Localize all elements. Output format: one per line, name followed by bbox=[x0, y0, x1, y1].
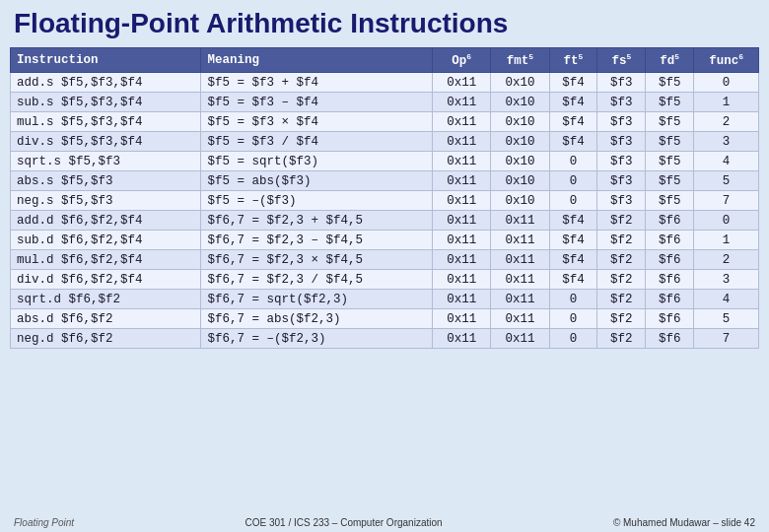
table-header-1: Meaning bbox=[201, 48, 433, 73]
table-cell-11-4: 0 bbox=[549, 290, 597, 309]
table-container: InstructionMeaningOp6fmt5ft5fs5fd5func6 … bbox=[10, 47, 759, 514]
table-cell-11-7: 4 bbox=[694, 290, 759, 309]
table-cell-11-1: $f6,7 = sqrt($f2,3) bbox=[201, 290, 433, 309]
table-cell-10-0: div.d $f6,$f2,$f4 bbox=[11, 270, 201, 290]
table-cell-1-7: 1 bbox=[694, 93, 759, 112]
page-title: Floating-Point Arithmetic Instructions bbox=[10, 8, 759, 39]
table-cell-6-6: $f5 bbox=[646, 191, 694, 211]
table-cell-12-4: 0 bbox=[549, 309, 597, 329]
table-row: sqrt.d $f6,$f2$f6,7 = sqrt($f2,3)0x110x1… bbox=[11, 290, 759, 309]
table-cell-9-4: $f4 bbox=[549, 250, 597, 270]
table-cell-9-3: 0x11 bbox=[491, 250, 549, 270]
table-row: neg.s $f5,$f3$f5 = –($f3)0x110x100$f3$f5… bbox=[11, 191, 759, 211]
table-cell-10-3: 0x11 bbox=[491, 270, 549, 290]
table-header-2: Op6 bbox=[433, 48, 491, 73]
table-cell-5-4: 0 bbox=[549, 171, 597, 191]
table-cell-2-5: $f3 bbox=[597, 112, 646, 132]
table-cell-10-7: 3 bbox=[694, 270, 759, 290]
table-row: sqrt.s $f5,$f3$f5 = sqrt($f3)0x110x100$f… bbox=[11, 152, 759, 171]
table-cell-9-0: mul.d $f6,$f2,$f4 bbox=[11, 250, 201, 270]
table-cell-0-4: $f4 bbox=[549, 73, 597, 93]
table-cell-10-6: $f6 bbox=[646, 270, 694, 290]
table-cell-7-3: 0x11 bbox=[491, 211, 549, 231]
table-cell-4-0: sqrt.s $f5,$f3 bbox=[11, 152, 201, 171]
table-cell-12-5: $f2 bbox=[597, 309, 646, 329]
table-cell-0-7: 0 bbox=[694, 73, 759, 93]
table-header-5: fs5 bbox=[597, 48, 646, 73]
table-cell-6-0: neg.s $f5,$f3 bbox=[11, 191, 201, 211]
table-header-0: Instruction bbox=[11, 48, 201, 73]
table-cell-8-0: sub.d $f6,$f2,$f4 bbox=[11, 231, 201, 250]
table-row: mul.d $f6,$f2,$f4$f6,7 = $f2,3 × $f4,50x… bbox=[11, 250, 759, 270]
table-cell-8-4: $f4 bbox=[549, 231, 597, 250]
footer-left: Floating Point bbox=[14, 517, 74, 528]
table-cell-13-3: 0x11 bbox=[491, 329, 549, 349]
table-cell-3-3: 0x10 bbox=[491, 132, 549, 152]
table-cell-1-2: 0x11 bbox=[433, 93, 491, 112]
table-row: neg.d $f6,$f2$f6,7 = –($f2,3)0x110x110$f… bbox=[11, 329, 759, 349]
table-cell-6-7: 7 bbox=[694, 191, 759, 211]
table-cell-5-5: $f3 bbox=[597, 171, 646, 191]
table-cell-1-4: $f4 bbox=[549, 93, 597, 112]
table-cell-3-5: $f3 bbox=[597, 132, 646, 152]
table-cell-12-1: $f6,7 = abs($f2,3) bbox=[201, 309, 433, 329]
table-cell-13-4: 0 bbox=[549, 329, 597, 349]
table-cell-11-3: 0x11 bbox=[491, 290, 549, 309]
table-cell-2-1: $f5 = $f3 × $f4 bbox=[201, 112, 433, 132]
table-row: mul.s $f5,$f3,$f4$f5 = $f3 × $f40x110x10… bbox=[11, 112, 759, 132]
table-cell-9-6: $f6 bbox=[646, 250, 694, 270]
table-cell-8-6: $f6 bbox=[646, 231, 694, 250]
table-body: add.s $f5,$f3,$f4$f5 = $f3 + $f40x110x10… bbox=[11, 73, 759, 349]
table-cell-0-5: $f3 bbox=[597, 73, 646, 93]
table-cell-12-0: abs.d $f6,$f2 bbox=[11, 309, 201, 329]
table-cell-2-4: $f4 bbox=[549, 112, 597, 132]
table-cell-2-0: mul.s $f5,$f3,$f4 bbox=[11, 112, 201, 132]
table-cell-0-3: 0x10 bbox=[491, 73, 549, 93]
table-cell-0-6: $f5 bbox=[646, 73, 694, 93]
table-cell-8-1: $f6,7 = $f2,3 – $f4,5 bbox=[201, 231, 433, 250]
table-row: add.s $f5,$f3,$f4$f5 = $f3 + $f40x110x10… bbox=[11, 73, 759, 93]
table-cell-6-2: 0x11 bbox=[433, 191, 491, 211]
table-cell-12-6: $f6 bbox=[646, 309, 694, 329]
table-row: div.d $f6,$f2,$f4$f6,7 = $f2,3 / $f4,50x… bbox=[11, 270, 759, 290]
table-cell-8-3: 0x11 bbox=[491, 231, 549, 250]
table-cell-0-2: 0x11 bbox=[433, 73, 491, 93]
table-cell-13-0: neg.d $f6,$f2 bbox=[11, 329, 201, 349]
table-cell-1-0: sub.s $f5,$f3,$f4 bbox=[11, 93, 201, 112]
table-cell-7-2: 0x11 bbox=[433, 211, 491, 231]
table-cell-2-7: 2 bbox=[694, 112, 759, 132]
table-cell-13-6: $f6 bbox=[646, 329, 694, 349]
footer-right: © Muhamed Mudawar – slide 42 bbox=[613, 517, 755, 528]
table-cell-13-2: 0x11 bbox=[433, 329, 491, 349]
table-cell-4-4: 0 bbox=[549, 152, 597, 171]
table-cell-7-0: add.d $f6,$f2,$f4 bbox=[11, 211, 201, 231]
table-cell-11-6: $f6 bbox=[646, 290, 694, 309]
table-cell-2-6: $f5 bbox=[646, 112, 694, 132]
table-header-6: fd5 bbox=[646, 48, 694, 73]
table-cell-11-0: sqrt.d $f6,$f2 bbox=[11, 290, 201, 309]
table-row: abs.s $f5,$f3$f5 = abs($f3)0x110x100$f3$… bbox=[11, 171, 759, 191]
table-header-row: InstructionMeaningOp6fmt5ft5fs5fd5func6 bbox=[11, 48, 759, 73]
table-cell-6-4: 0 bbox=[549, 191, 597, 211]
table-cell-13-1: $f6,7 = –($f2,3) bbox=[201, 329, 433, 349]
table-cell-11-5: $f2 bbox=[597, 290, 646, 309]
table-cell-10-4: $f4 bbox=[549, 270, 597, 290]
table-cell-12-7: 5 bbox=[694, 309, 759, 329]
table-cell-3-4: $f4 bbox=[549, 132, 597, 152]
table-cell-11-2: 0x11 bbox=[433, 290, 491, 309]
table-cell-1-1: $f5 = $f3 – $f4 bbox=[201, 93, 433, 112]
table-cell-1-6: $f5 bbox=[646, 93, 694, 112]
table-cell-5-7: 5 bbox=[694, 171, 759, 191]
table-cell-4-5: $f3 bbox=[597, 152, 646, 171]
table-row: div.s $f5,$f3,$f4$f5 = $f3 / $f40x110x10… bbox=[11, 132, 759, 152]
table-cell-0-1: $f5 = $f3 + $f4 bbox=[201, 73, 433, 93]
table-cell-7-5: $f2 bbox=[597, 211, 646, 231]
table-cell-4-2: 0x11 bbox=[433, 152, 491, 171]
table-cell-3-7: 3 bbox=[694, 132, 759, 152]
table-row: add.d $f6,$f2,$f4$f6,7 = $f2,3 + $f4,50x… bbox=[11, 211, 759, 231]
table-cell-1-5: $f3 bbox=[597, 93, 646, 112]
table-cell-7-7: 0 bbox=[694, 211, 759, 231]
table-header-4: ft5 bbox=[549, 48, 597, 73]
table-cell-7-6: $f6 bbox=[646, 211, 694, 231]
table-row: sub.d $f6,$f2,$f4$f6,7 = $f2,3 – $f4,50x… bbox=[11, 231, 759, 250]
